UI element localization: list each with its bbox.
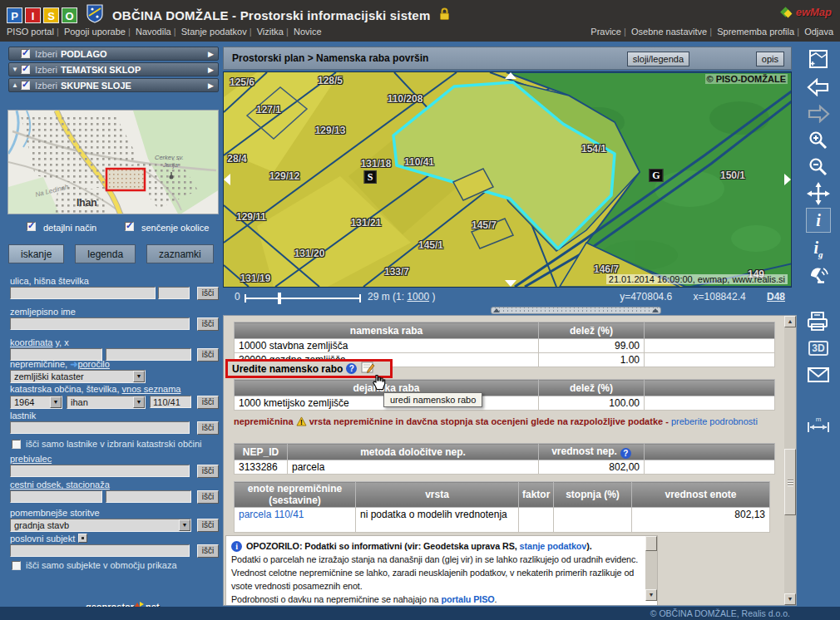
owner-input[interactable] — [10, 421, 190, 434]
data-status-link[interactable]: stanje podatkov — [520, 541, 587, 551]
tab-iskanje[interactable]: iskanje — [8, 244, 64, 263]
resident-input[interactable] — [10, 465, 190, 477]
menu-vizitka[interactable]: Vizitka — [247, 27, 284, 37]
accordion-arrow-icon[interactable]: ▼ — [9, 66, 21, 73]
accordion-skupni-sloji[interactable]: ▲ Izberi SKUPNE SLOJE ▶ — [8, 78, 219, 92]
services-select[interactable]: gradnja stavb ▼ — [10, 519, 191, 532]
realestate-select[interactable]: zemljiški kataster ▼ — [10, 370, 146, 383]
help-icon[interactable] — [346, 363, 357, 374]
coordinate-link[interactable]: koordinata — [10, 337, 52, 347]
cadastral-code-select[interactable]: 1964 ▼ — [10, 396, 62, 409]
business-input[interactable] — [10, 544, 190, 557]
print-icon[interactable] — [806, 309, 831, 334]
panel-splitter-handle[interactable] — [491, 307, 661, 314]
menu-stanje-podatkov[interactable]: Stanje podatkov — [171, 27, 247, 37]
scale-slider-track[interactable] — [245, 298, 361, 299]
expand-right-icon[interactable]: ▶ — [208, 50, 214, 58]
accordion-arrow-icon[interactable]: ▲ — [9, 81, 21, 89]
cadastral-name-select[interactable]: ihan ▼ — [67, 396, 146, 409]
search-road-button[interactable]: išči — [197, 490, 219, 504]
search-placename-button[interactable]: išči — [197, 317, 219, 331]
parcel-number-input[interactable] — [150, 396, 191, 408]
menu-pravice[interactable]: Pravice — [590, 27, 621, 37]
lock-icon — [439, 7, 450, 24]
house-number-input[interactable] — [158, 287, 190, 299]
menu-pogoji-uporabe[interactable]: Pogoji uporabe — [54, 27, 126, 37]
scroll-up-icon[interactable]: ▲ — [784, 316, 796, 327]
search-business-button[interactable]: išči — [197, 544, 219, 558]
zoom-in-icon[interactable] — [806, 128, 831, 153]
placename-input[interactable] — [10, 317, 190, 330]
menu-piso-portal[interactable]: PISO portal — [7, 27, 54, 37]
search-coordinate-button[interactable]: išči — [197, 348, 219, 362]
info-tool-icon[interactable]: i — [806, 208, 831, 233]
pan-north-icon[interactable] — [505, 72, 516, 79]
3d-view-icon[interactable]: 3D — [806, 336, 831, 361]
stationing-input[interactable] — [106, 490, 191, 503]
dropdown-arrow-icon[interactable]: ▼ — [50, 396, 62, 408]
tab-zaznamki[interactable]: zaznamki — [146, 244, 214, 263]
street-input[interactable] — [10, 287, 156, 299]
gps-tool-icon[interactable] — [806, 263, 831, 288]
help-icon[interactable] — [620, 448, 631, 459]
pan-tool-icon[interactable] — [806, 181, 831, 206]
dropdown-arrow-icon[interactable]: ▼ — [133, 371, 145, 382]
dropdown-arrow-icon[interactable]: ▼ — [179, 519, 190, 531]
owner-filter-checkbox[interactable] — [12, 440, 21, 449]
report-link[interactable]: poročilo — [77, 359, 110, 369]
scroll-down-icon[interactable]: ▼ — [784, 593, 796, 605]
notice-scroll-down-icon[interactable]: ▼ — [645, 589, 657, 601]
parcel-link[interactable]: parcela 110/41 — [239, 509, 304, 520]
podlago-checkbox[interactable] — [21, 49, 30, 58]
shading-checkbox[interactable] — [125, 222, 134, 231]
zoom-out-icon[interactable] — [806, 155, 831, 180]
piso-portal-link[interactable]: portalu PISO — [441, 594, 494, 604]
detail-mode-checkbox[interactable] — [27, 222, 36, 231]
tematski-checkbox[interactable] — [21, 65, 30, 74]
list-entry-link[interactable]: vnos seznama — [122, 384, 181, 394]
forward-arrow-icon[interactable] — [806, 101, 831, 126]
expand-right-icon[interactable]: ▶ — [208, 66, 214, 74]
accordion-podlago[interactable]: Izberi PODLAGO ▶ — [8, 47, 219, 61]
overview-map[interactable]: Cerkev sv.Jurija Ihan Na Ledinah — [7, 110, 219, 214]
measure-tool-icon[interactable]: m — [806, 412, 831, 437]
search-street-button[interactable]: išči — [197, 287, 219, 300]
datum-link[interactable]: D48 — [767, 291, 785, 303]
results-scrollbar[interactable]: ▲ ▼ — [784, 316, 796, 605]
menu-osebne-nastavitve[interactable]: Osebne nastavitve — [621, 27, 707, 37]
notice-scrollbar[interactable]: ▼ — [645, 536, 657, 601]
road-section-link[interactable]: cestni odsek, stacionaža — [10, 480, 110, 490]
business-filter-checkbox[interactable] — [12, 561, 21, 570]
notice-scrollbar-thumb[interactable] — [645, 536, 657, 551]
coordinate-x-input[interactable] — [106, 348, 191, 361]
info-group-tool-icon[interactable]: ig — [806, 236, 831, 261]
search-owner-button[interactable]: išči — [197, 421, 219, 435]
dropdown-arrow-icon[interactable]: ▼ — [133, 396, 145, 408]
map-viewport[interactable]: 125/6128/5110/208127/1129/1328/4131/1811… — [223, 71, 792, 288]
mail-icon[interactable] — [806, 362, 831, 387]
menu-novice[interactable]: Novice — [284, 27, 322, 37]
scale-slider-handle[interactable] — [278, 293, 281, 304]
tab-legenda[interactable]: legenda — [75, 244, 136, 263]
search-services-button[interactable]: išči — [197, 519, 219, 532]
layers-legend-button[interactable]: sloji/legenda — [627, 52, 689, 66]
search-resident-button[interactable]: išči — [197, 465, 219, 478]
scale-value-link[interactable]: 1000 — [407, 291, 429, 303]
pan-east-icon[interactable] — [784, 174, 791, 185]
details-link[interactable]: preberite podrobnosti — [671, 416, 758, 426]
skupni-checkbox[interactable] — [21, 81, 30, 90]
back-arrow-icon[interactable] — [806, 75, 831, 100]
overview-extent-icon[interactable] — [806, 47, 831, 71]
menu-sprememba-profila[interactable]: Sprememba profila — [707, 27, 794, 37]
pan-west-icon[interactable] — [224, 174, 230, 185]
resident-link[interactable]: prebivalec — [10, 454, 52, 464]
menu-navodila[interactable]: Navodila — [126, 27, 171, 37]
search-cadastral-button[interactable]: išči — [197, 396, 219, 409]
expand-right-icon[interactable]: ▶ — [208, 81, 214, 90]
road-section-input[interactable] — [10, 490, 102, 503]
accordion-tematski-sklop[interactable]: ▼ Izberi TEMATSKI SKLOP ▶ — [8, 62, 219, 76]
description-button[interactable]: opis — [756, 52, 784, 66]
results-scrollbar-thumb[interactable] — [784, 449, 796, 515]
pan-south-icon[interactable] — [505, 280, 516, 287]
business-info-icon[interactable] — [78, 534, 87, 543]
